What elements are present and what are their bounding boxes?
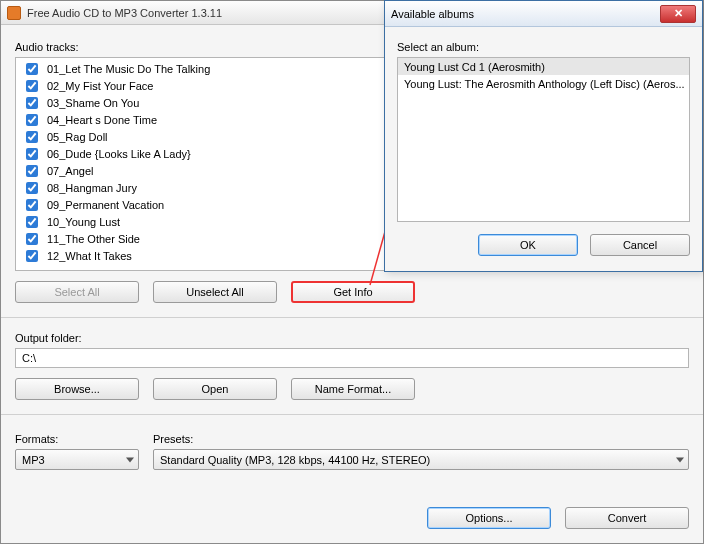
browse-button[interactable]: Browse... bbox=[15, 378, 139, 400]
divider bbox=[1, 414, 703, 415]
album-row[interactable]: Young Lust: The Aerosmith Anthology (Lef… bbox=[398, 75, 689, 92]
track-label: 10_Young Lust bbox=[47, 216, 120, 228]
track-checkbox[interactable] bbox=[26, 114, 38, 126]
track-label: 12_What It Takes bbox=[47, 250, 132, 262]
track-checkbox[interactable] bbox=[26, 165, 38, 177]
track-label: 09_Permanent Vacation bbox=[47, 199, 164, 211]
track-label: 07_Angel bbox=[47, 165, 94, 177]
divider bbox=[1, 317, 703, 318]
track-label: 01_Let The Music Do The Talking bbox=[47, 63, 210, 75]
unselect-all-button[interactable]: Unselect All bbox=[153, 281, 277, 303]
close-icon: ✕ bbox=[674, 7, 683, 20]
output-folder-label: Output folder: bbox=[15, 332, 689, 344]
track-label: 08_Hangman Jury bbox=[47, 182, 137, 194]
select-album-label: Select an album: bbox=[397, 41, 690, 53]
track-checkbox[interactable] bbox=[26, 182, 38, 194]
presets-label: Presets: bbox=[153, 433, 689, 445]
output-folder-input[interactable] bbox=[15, 348, 689, 368]
track-label: 02_My Fist Your Face bbox=[47, 80, 153, 92]
chevron-down-icon bbox=[676, 457, 684, 462]
cancel-button[interactable]: Cancel bbox=[590, 234, 690, 256]
preset-select[interactable]: Standard Quality (MP3, 128 kbps, 44100 H… bbox=[153, 449, 689, 470]
dialog-title: Available albums bbox=[391, 8, 660, 20]
track-checkbox[interactable] bbox=[26, 199, 38, 211]
track-checkbox[interactable] bbox=[26, 97, 38, 109]
track-checkbox[interactable] bbox=[26, 250, 38, 262]
track-checkbox[interactable] bbox=[26, 63, 38, 75]
format-value: MP3 bbox=[22, 454, 45, 466]
track-label: 06_Dude {Looks Like A Lady} bbox=[47, 148, 191, 160]
ok-button[interactable]: OK bbox=[478, 234, 578, 256]
app-icon bbox=[7, 6, 21, 20]
name-format-button[interactable]: Name Format... bbox=[291, 378, 415, 400]
preset-value: Standard Quality (MP3, 128 kbps, 44100 H… bbox=[160, 454, 430, 466]
track-checkbox[interactable] bbox=[26, 131, 38, 143]
album-row[interactable]: Young Lust Cd 1 (Aerosmith) bbox=[398, 58, 689, 75]
close-button[interactable]: ✕ bbox=[660, 5, 696, 23]
track-checkbox[interactable] bbox=[26, 80, 38, 92]
convert-button[interactable]: Convert bbox=[565, 507, 689, 529]
get-info-button[interactable]: Get Info bbox=[291, 281, 415, 303]
formats-label: Formats: bbox=[15, 433, 139, 445]
options-button[interactable]: Options... bbox=[427, 507, 551, 529]
track-checkbox[interactable] bbox=[26, 216, 38, 228]
album-list[interactable]: Young Lust Cd 1 (Aerosmith)Young Lust: T… bbox=[397, 57, 690, 222]
chevron-down-icon bbox=[126, 457, 134, 462]
track-label: 05_Rag Doll bbox=[47, 131, 108, 143]
track-checkbox[interactable] bbox=[26, 148, 38, 160]
track-label: 04_Heart s Done Time bbox=[47, 114, 157, 126]
track-label: 03_Shame On You bbox=[47, 97, 139, 109]
format-select[interactable]: MP3 bbox=[15, 449, 139, 470]
dialog-titlebar: Available albums ✕ bbox=[385, 1, 702, 27]
available-albums-dialog: Available albums ✕ Select an album: Youn… bbox=[384, 0, 703, 272]
select-all-button[interactable]: Select All bbox=[15, 281, 139, 303]
window-title: Free Audio CD to MP3 Converter 1.3.11 bbox=[27, 7, 222, 19]
track-checkbox[interactable] bbox=[26, 233, 38, 245]
open-button[interactable]: Open bbox=[153, 378, 277, 400]
track-label: 11_The Other Side bbox=[47, 233, 140, 245]
